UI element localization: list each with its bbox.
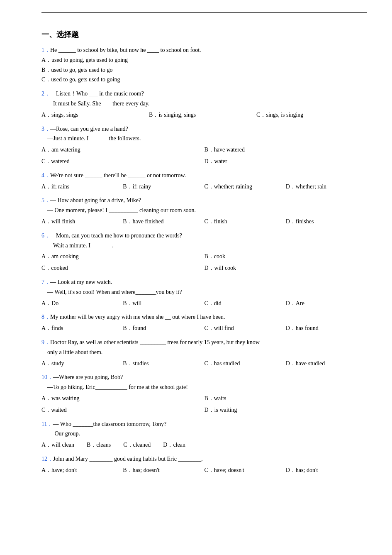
option-10-3: D．is waiting [205,405,368,415]
option-11-0: A．will clean [41,440,74,450]
question-4: 4．We're not sure ______ there'll be ____… [41,171,367,192]
question-number-2: 2． [41,90,50,97]
option-3-2: C．watered [41,156,205,166]
question-line-12-0: 12．John and Mary ________ good eating ha… [41,454,367,464]
option-4-3: D．whether; rain [286,182,367,192]
option-4-1: B．if; rainy [123,182,204,192]
option-3-3: D．water [205,156,368,166]
option-9-2: C．has studied [205,359,286,369]
question-line-11-0: 11．— Who _______the classroom tomorrow, … [41,419,367,429]
option-8-2: C．will find [205,323,286,333]
options-row-10: A．was waitingB．waitsC．waitedD．is waiting [41,394,367,415]
question-6: 6．—Mom, can you teach me how to pronounc… [41,231,367,273]
question-line-5-0: 5．— How about going for a drive, Mike? [41,196,367,205]
option-8-0: A．finds [41,323,123,333]
question-line-1-0: 1．He ______ to school by bike, but now h… [41,45,367,55]
option-12-0: A．have; don't [41,465,123,475]
option-12-2: C．have; doesn't [205,465,286,475]
question-2: 2．—Listen！Who ___ in the music room?—It … [41,89,367,120]
option-2-1: B．is singing, sings [149,110,256,120]
option-5-3: D．finishes [286,217,367,227]
option-7-1: B．will [123,298,204,308]
question-line-3-0: 3．—Rose, can you give me a hand? [41,124,367,134]
question-number-6: 6． [41,232,50,239]
question-line-4-0: 4．We're not sure ______ there'll be ____… [41,171,367,181]
options-row-5: A．will finishB．have finishedC．finishD．fi… [41,217,367,227]
top-divider [41,12,367,13]
question-line-5-1: — One moment, please! I __________ clean… [47,205,367,215]
option-11-1: B．cleans [87,440,111,450]
option-9-3: D．have studied [286,359,367,369]
section-title: 一、选择题 [41,29,367,39]
question-3: 3．—Rose, can you give me a hand?—Just a … [41,124,367,166]
options-row-12: A．have; don'tB．has; doesn'tC．have; doesn… [41,465,367,475]
option-12-1: B．has; doesn't [123,465,204,475]
option-7-0: A．Do [41,298,123,308]
options-row-3: A．am wateringB．have wateredC．wateredD．wa… [41,145,367,166]
option-5-2: C．finish [205,217,286,227]
question-line-9-0: 9．Doctor Ray, as well as other scientist… [41,337,367,347]
option-1-0: A．used to going, gets used to going [41,55,367,65]
option-12-3: D．has; don't [286,465,367,475]
question-8: 8．My mother will be very angry with me w… [41,312,367,333]
question-number-5: 5． [41,197,50,203]
option-9-1: B．studies [123,359,204,369]
option-6-1: B．cook [205,252,368,262]
option-7-2: C．did [205,298,286,308]
option-11-2: C．cleaned [123,440,151,450]
question-line-7-1: — Well, it's so cool! When and where____… [47,287,367,297]
options-row-2: A．sings, singsB．is singing, singsC．sings… [41,110,367,120]
questions-container: 1．He ______ to school by bike, but now h… [41,45,367,475]
option-2-0: A．sings, sings [41,110,149,120]
question-7: 7．— Look at my new watch.— Well, it's so… [41,277,367,308]
option-8-1: B．found [123,323,204,333]
question-line-8-0: 8．My mother will be very angry with me w… [41,312,367,322]
option-1-1: B．used to go, gets used to go [41,65,367,75]
option-4-2: C．whether; raining [205,182,286,192]
option-6-2: C．cooked [41,263,205,273]
options-row-9: A．studyB．studiesC．has studiedD．have stud… [41,359,367,369]
option-8-3: D．has found [286,323,367,333]
option-5-0: A．will finish [41,217,123,227]
question-number-7: 7． [41,279,50,285]
option-11-3: D．clean [163,440,185,450]
option-6-3: D．will cook [205,263,368,273]
question-number-9: 9． [41,339,50,345]
option-10-0: A．was waiting [41,394,205,403]
question-number-4: 4． [41,172,50,178]
options-row-11: A．will cleanB．cleansC．cleanedD．clean [41,440,367,450]
question-line-10-1: —To go hiking. Eric___________ for me at… [47,382,367,392]
options-row-8: A．findsB．foundC．will findD．has found [41,323,367,333]
option-3-1: B．have watered [205,145,368,155]
question-line-2-1: —It must be Sally. She ___ there every d… [47,99,367,109]
question-line-10-0: 10．—Where are you going, Bob? [41,372,367,382]
question-line-2-0: 2．—Listen！Who ___ in the music room? [41,89,367,99]
option-1-2: C．used to go, gets used to going [41,75,367,85]
question-line-6-0: 6．—Mom, can you teach me how to pronounc… [41,231,367,241]
question-line-7-0: 7．— Look at my new watch. [41,277,367,287]
question-number-1: 1． [41,47,50,53]
option-5-1: B．have finished [123,217,204,227]
options-row-4: A．if; rainsB．if; rainyC．whether; raining… [41,182,367,192]
question-number-12: 12． [41,456,53,462]
question-9: 9．Doctor Ray, as well as other scientist… [41,337,367,368]
option-4-0: A．if; rains [41,182,123,192]
question-number-10: 10． [41,374,53,380]
option-10-2: C．waited [41,405,205,415]
question-5: 5．— How about going for a drive, Mike?— … [41,196,367,226]
question-number-8: 8． [41,314,50,320]
question-line-3-1: —Just a minute. I ______ the followers. [47,134,367,144]
question-10: 10．—Where are you going, Bob?—To go hiki… [41,372,367,415]
option-9-0: A．study [41,359,123,369]
question-number-11: 11． [41,421,53,427]
option-7-3: D．Are [286,298,367,308]
question-11: 11．— Who _______the classroom tomorrow, … [41,419,367,450]
option-2-2: C．sings, is singing [256,110,364,120]
options-row-7: A．DoB．willC．didD．Are [41,298,367,308]
question-12: 12．John and Mary ________ good eating ha… [41,454,367,475]
option-6-0: A．am cooking [41,252,205,262]
question-line-11-1: — Our group. [47,429,367,439]
question-1: 1．He ______ to school by bike, but now h… [41,45,367,85]
option-3-0: A．am watering [41,145,205,155]
options-row-6: A．am cookingB．cookC．cookedD．will cook [41,252,367,273]
